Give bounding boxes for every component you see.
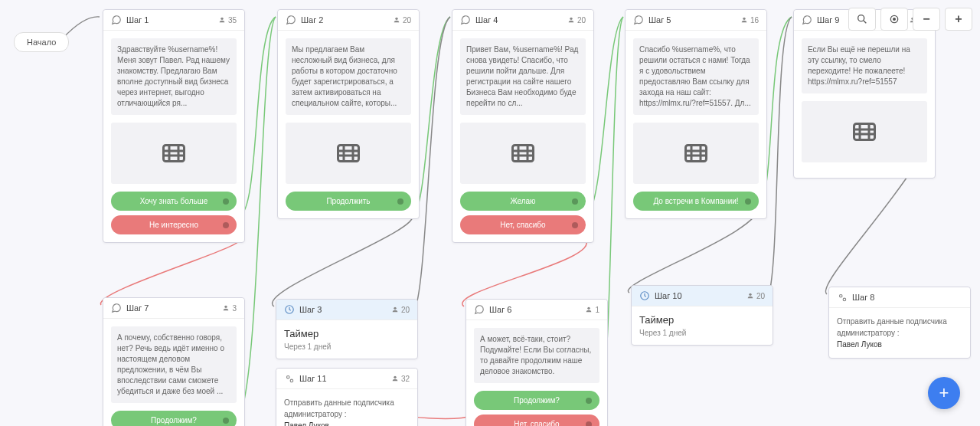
step-5[interactable]: Шаг 5 16 Спасибо %username%, что решили … (625, 9, 767, 219)
step-title: Шаг 1 (126, 15, 149, 25)
step-title: Шаг 10 (655, 291, 682, 300)
button-more[interactable]: Хочу знать больше (111, 192, 237, 211)
step-title: Шаг 3 (299, 305, 322, 314)
media-placeholder (802, 101, 927, 162)
timer-sub: Через 1 дней (639, 329, 765, 337)
subscriber-count: 20 (746, 292, 765, 300)
subscriber-count: 20 (393, 16, 411, 25)
message-text: А почему, собственно говоря, нет? Речь в… (111, 326, 237, 403)
step-title: Шаг 8 (852, 293, 874, 302)
clock-icon (284, 304, 295, 315)
chat-icon (802, 15, 812, 25)
start-node[interactable]: Начало (14, 32, 69, 52)
svg-rect-13 (513, 146, 534, 162)
svg-point-34 (290, 379, 293, 382)
media-placeholder (460, 123, 586, 184)
people-icon (746, 292, 754, 300)
button-not-interested[interactable]: Не интересно (111, 215, 237, 234)
media-placeholder (633, 123, 759, 184)
message-text: Если Вы ещё не перешли на эту ссылку, то… (802, 38, 927, 93)
film-icon (335, 139, 362, 167)
search-button[interactable] (848, 8, 876, 31)
add-fab[interactable]: + (928, 377, 960, 409)
gears-icon (284, 373, 295, 384)
timer-title: Таймер (284, 328, 410, 339)
subscriber-count: 1 (585, 306, 599, 314)
step-8[interactable]: Шаг 8 Отправить данные подписчика админи… (828, 287, 971, 359)
step-7[interactable]: Шаг 7 3 А почему, собственно говоря, нет… (103, 297, 245, 426)
step-6[interactable]: Шаг 6 1 А может, всё-таки, стоит? Подума… (466, 299, 608, 426)
step-title: Шаг 7 (126, 303, 149, 313)
zoom-in-button[interactable]: + (945, 8, 972, 31)
admin-name: Павел Луков (837, 340, 882, 349)
svg-point-0 (220, 18, 223, 20)
message-text: Мы предлагаем Вам несложный вид бизнеса,… (286, 38, 411, 115)
people-icon (218, 16, 226, 24)
step-title: Шаг 6 (489, 305, 511, 314)
chat-icon (633, 15, 644, 25)
button-continue[interactable]: Продолжить (286, 192, 411, 211)
svg-point-40 (843, 298, 846, 301)
step-11[interactable]: Шаг 11 32 Отправить данные подписчика ад… (276, 368, 418, 426)
button-continue[interactable]: Продолжим? (111, 411, 237, 426)
step-title: Шаг 9 (817, 15, 839, 25)
step-1[interactable]: Шаг 1 35 Здравствуйте %username%! Меня з… (103, 9, 245, 243)
chat-icon (460, 15, 471, 25)
subscriber-count: 35 (218, 16, 237, 25)
step-title: Шаг 2 (301, 15, 323, 25)
step-9[interactable]: Шаг 9 20 Если Вы ещё не перешли на эту с… (793, 9, 936, 179)
subscriber-count: 3 (222, 304, 237, 313)
svg-point-6 (395, 18, 397, 20)
svg-point-32 (394, 307, 396, 310)
admin-name: Павел Луков (284, 421, 329, 426)
subscriber-count: 20 (567, 16, 586, 25)
svg-point-41 (858, 15, 864, 21)
admin-text: Отправить данные подписчика администрато… (837, 316, 962, 350)
admin-text: Отправить данные подписчика администрато… (284, 397, 410, 426)
svg-rect-1 (164, 146, 185, 162)
button-no-thanks[interactable]: Нет, спасибо (474, 415, 599, 426)
film-icon (509, 139, 537, 167)
button-no-thanks[interactable]: Нет, спасибо (460, 215, 586, 234)
subscriber-count: 20 (391, 306, 410, 314)
people-icon (567, 16, 575, 24)
step-4[interactable]: Шаг 4 20 Привет Вам, %username%! Рад сно… (452, 9, 594, 243)
zoom-out-button[interactable]: − (913, 8, 940, 31)
message-text: Спасибо %username%, что решили остаться … (633, 38, 759, 115)
center-button[interactable] (880, 8, 908, 31)
svg-point-38 (749, 293, 751, 296)
svg-rect-25 (854, 124, 875, 140)
start-label: Начало (27, 38, 56, 47)
people-icon (740, 16, 748, 24)
button-see-you[interactable]: До встречи в Компании! (633, 192, 759, 211)
step-3[interactable]: Шаг 3 20 Таймер Через 1 дней (276, 299, 418, 359)
button-continue[interactable]: Продолжим? (474, 391, 599, 410)
message-text: Здравствуйте %username%! Меня зовут Паве… (111, 38, 237, 115)
button-wish[interactable]: Желаю (460, 192, 586, 211)
people-icon (222, 304, 230, 312)
people-icon (585, 306, 593, 313)
step-title: Шаг 11 (299, 374, 327, 383)
step-title: Шаг 5 (648, 15, 671, 25)
svg-point-18 (743, 18, 745, 20)
gears-icon (837, 292, 848, 303)
chat-icon (286, 15, 296, 25)
clock-icon (639, 290, 650, 301)
svg-point-39 (840, 295, 843, 298)
toolbar: − + (848, 8, 972, 31)
svg-point-36 (588, 307, 590, 310)
media-placeholder (286, 123, 411, 184)
people-icon (393, 16, 400, 24)
svg-point-44 (893, 18, 896, 21)
minus-icon: − (923, 12, 929, 26)
svg-line-42 (864, 21, 866, 23)
chat-icon (111, 15, 122, 25)
svg-point-35 (394, 376, 396, 378)
step-title: Шаг 4 (475, 15, 498, 25)
step-2[interactable]: Шаг 2 20 Мы предлагаем Вам несложный вид… (277, 9, 420, 219)
subscriber-count: 32 (391, 375, 410, 383)
step-10[interactable]: Шаг 10 20 Таймер Через 1 дней (631, 285, 773, 346)
message-text: А может, всё-таки, стоит? Подумайте! Есл… (474, 328, 599, 383)
svg-point-12 (570, 18, 572, 20)
people-icon (391, 306, 399, 313)
